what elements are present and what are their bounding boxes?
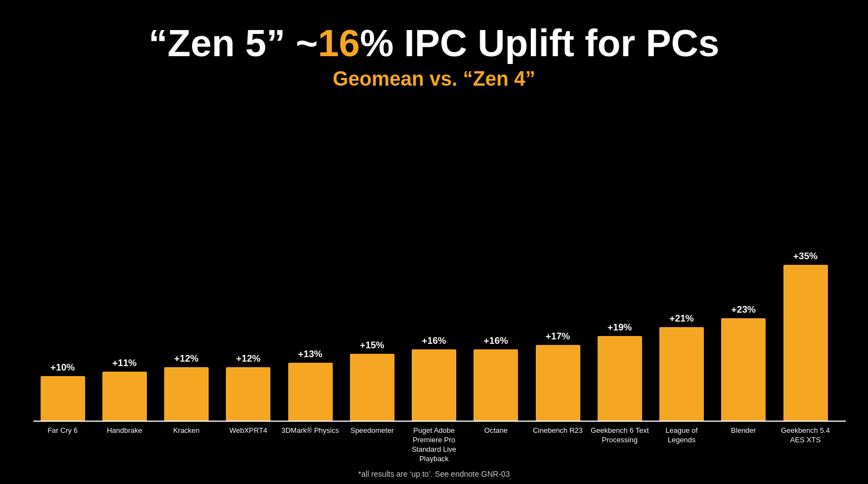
bar-top-label-octane: +16% — [484, 335, 508, 347]
bar-bottom-label-geekbench54: Geekbench 5.4 AES XTS — [776, 426, 835, 464]
chart-subtitle: Geomean vs. “Zen 4” — [333, 67, 535, 91]
bar-top-label-far-cry-6: +10% — [51, 362, 75, 373]
bar-bottom-label-far-cry-6: Far Cry 6 — [33, 426, 92, 464]
bar-cinebench-r23 — [536, 345, 580, 421]
bar-top-label-blender: +23% — [731, 304, 756, 315]
bar-group-octane: +16% — [467, 335, 525, 421]
main-container: “Zen 5” ~16% IPC Uplift for PCs Geomean … — [0, 0, 868, 484]
bar-group-webxprt4: +12% — [219, 353, 278, 421]
bar-geekbench6-text — [598, 336, 642, 421]
bar-group-geekbench54: +35% — [776, 251, 835, 421]
bar-top-label-cinebench-r23: +17% — [546, 331, 570, 342]
labels-row: Far Cry 6HandbrakeKrackenWebXPRT43DMark®… — [28, 422, 840, 464]
chart-title: “Zen 5” ~16% IPC Uplift for PCs — [149, 22, 719, 64]
title-highlight: 16 — [318, 22, 360, 64]
bar-group-puget-adobe: +16% — [405, 335, 463, 421]
bar-puget-adobe — [412, 349, 456, 421]
bar-top-label-kracken: +12% — [174, 353, 199, 364]
bar-group-3dmark-physics: +13% — [281, 349, 339, 421]
bar-bottom-label-geekbench6-text: Geekbench 6 Text Processing — [590, 426, 649, 464]
bar-kracken — [164, 367, 209, 421]
bar-group-geekbench6-text: +19% — [590, 322, 649, 421]
bar-bottom-label-octane: Octane — [467, 426, 525, 464]
bar-group-blender: +23% — [714, 304, 773, 421]
title-part1: “Zen 5” ~ — [149, 22, 318, 64]
bar-top-label-webxprt4: +12% — [236, 353, 260, 364]
bar-bottom-label-speedometer: Speedometer — [343, 426, 401, 464]
bar-3dmark-physics — [288, 363, 333, 421]
bar-bottom-label-puget-adobe: Puget Adobe Premiere Pro Standard Live P… — [405, 426, 463, 464]
bar-group-far-cry-6: +10% — [33, 362, 92, 421]
bar-bottom-label-kracken: Kracken — [157, 426, 216, 464]
chart-area: +10%+11%+12%+12%+13%+15%+16%+16%+17%+19%… — [28, 102, 840, 464]
bar-league-of-legends — [659, 327, 704, 421]
bar-octane — [474, 349, 518, 421]
bar-group-kracken: +12% — [157, 353, 216, 421]
bar-top-label-handbrake: +11% — [112, 358, 137, 369]
bar-top-label-puget-adobe: +16% — [422, 335, 446, 347]
bar-bottom-label-webxprt4: WebXPRT4 — [219, 426, 278, 464]
bar-speedometer — [350, 354, 394, 421]
bar-bottom-label-3dmark-physics: 3DMark® Physics — [281, 426, 339, 464]
bar-top-label-speedometer: +15% — [360, 340, 384, 351]
bar-top-label-league-of-legends: +21% — [669, 313, 694, 324]
bar-far-cry-6 — [41, 376, 85, 421]
bar-group-cinebench-r23: +17% — [529, 331, 587, 421]
bar-geekbench54 — [783, 265, 828, 421]
bar-top-label-3dmark-physics: +13% — [298, 349, 323, 360]
title-part2: % IPC Uplift for PCs — [360, 22, 719, 64]
bar-webxprt4 — [226, 367, 270, 421]
bar-top-label-geekbench6-text: +19% — [608, 322, 632, 333]
bar-group-handbrake: +11% — [95, 358, 154, 421]
bar-group-league-of-legends: +21% — [653, 313, 711, 421]
bar-top-label-geekbench54: +35% — [793, 251, 818, 262]
bar-bottom-label-blender: Blender — [714, 426, 773, 464]
bar-group-speedometer: +15% — [343, 340, 401, 421]
bars-container: +10%+11%+12%+12%+13%+15%+16%+16%+17%+19%… — [28, 102, 840, 421]
bar-blender — [721, 318, 766, 421]
bar-handbrake — [102, 372, 147, 421]
bar-bottom-label-handbrake: Handbrake — [95, 426, 154, 464]
bar-bottom-label-league-of-legends: League of Legends — [653, 426, 711, 464]
footnote: *all results are ‘up to’. See endnote GN… — [358, 470, 510, 484]
bar-bottom-label-cinebench-r23: Cinebench R23 — [529, 426, 587, 464]
